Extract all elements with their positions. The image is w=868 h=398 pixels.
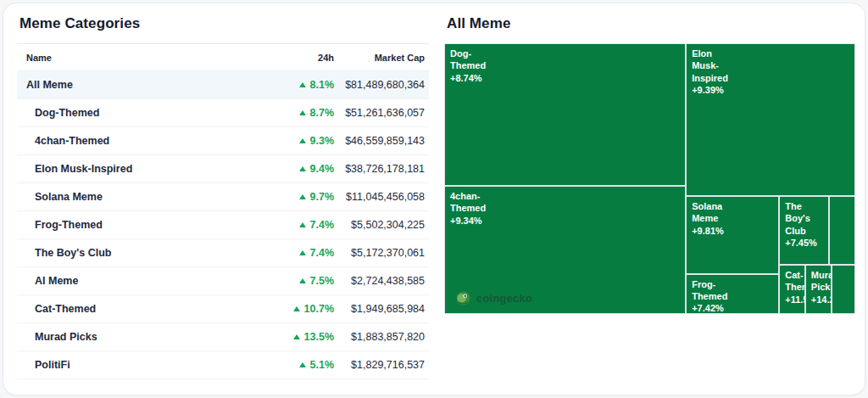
treemap-cell-label: Dog- Themed +8.74%	[450, 48, 486, 83]
treemap-cell[interactable]: Elon Musk- Inspired +9.39%	[686, 43, 855, 196]
triangle-up-icon	[299, 250, 306, 255]
treemap-cell-label: Murad Picks +14.25%	[811, 270, 832, 305]
category-name: Dog-Themed	[26, 107, 258, 119]
triangle-up-icon	[299, 222, 306, 227]
treemap-cell-label: 4chan- Themed +9.34%	[450, 191, 486, 226]
table-header-row: Name 24h Market Cap	[17, 43, 429, 71]
table-row[interactable]: PolitiFi5.1%$1,829,716,537	[17, 351, 429, 379]
change-24h-cell: 7.5%	[258, 275, 334, 287]
treemap-title: All Meme	[444, 15, 855, 32]
change-24h-value: 8.7%	[310, 107, 335, 119]
triangle-up-icon	[299, 194, 306, 199]
column-header-24h: 24h	[258, 53, 334, 63]
table-row[interactable]: Dog-Themed8.7%$51,261,636,057	[17, 99, 429, 127]
category-name: The Boy's Club	[26, 247, 258, 259]
change-24h-value: 9.4%	[310, 163, 335, 175]
change-24h-value: 9.3%	[310, 135, 335, 147]
category-name: Murad Picks	[26, 331, 258, 343]
category-name: Elon Musk-Inspired	[26, 163, 258, 175]
change-24h-value: 13.5%	[304, 331, 334, 343]
table-row[interactable]: AI Meme7.5%$2,724,438,585	[17, 267, 429, 295]
market-cap-value: $2,724,438,585	[334, 275, 425, 287]
treemap-cell[interactable]	[829, 196, 855, 265]
category-name: AI Meme	[26, 275, 258, 287]
table-body: All Meme8.1%$81,489,680,364Dog-Themed8.7…	[17, 71, 429, 379]
change-24h-value: 10.7%	[304, 303, 334, 315]
table-row[interactable]: Frog-Themed7.4%$5,502,304,225	[17, 211, 429, 239]
treemap-cell[interactable]: Frog- Themed +7.42%	[686, 274, 779, 314]
category-name: PolitiFi	[26, 359, 258, 371]
market-cap-value: $46,559,859,143	[334, 135, 425, 147]
market-cap-value: $1,949,685,984	[334, 303, 425, 315]
change-24h-value: 7.4%	[310, 247, 335, 259]
change-24h-cell: 7.4%	[258, 247, 334, 259]
treemap-cell[interactable]: Cat- Themed +11.50%	[779, 265, 805, 314]
market-cap-value: $5,502,304,225	[334, 219, 425, 231]
treemap-cell[interactable]: The Boy's Club +7.45%	[779, 196, 829, 265]
table-row[interactable]: Murad Picks13.5%$1,883,857,820	[17, 323, 429, 351]
change-24h-cell: 13.5%	[258, 331, 334, 343]
meme-treemap: Murad Picks +14.25%Cat- Themed +11.50%Fr…	[444, 43, 855, 314]
category-name: Cat-Themed	[26, 303, 258, 315]
table-row[interactable]: All Meme8.1%$81,489,680,364	[17, 71, 429, 99]
treemap-cell-label: Elon Musk- Inspired +9.39%	[692, 48, 728, 95]
treemap-cell[interactable]: Murad Picks +14.25%	[805, 265, 832, 314]
treemap-cell-label: Solana Meme +9.81%	[692, 201, 724, 236]
change-24h-cell: 7.4%	[258, 219, 334, 231]
change-24h-cell: 8.1%	[258, 79, 334, 91]
change-24h-cell: 5.1%	[258, 359, 334, 371]
market-cap-value: $81,489,680,364	[334, 79, 425, 91]
category-name: All Meme	[26, 79, 258, 91]
table-row[interactable]: Cat-Themed10.7%$1,949,685,984	[17, 295, 429, 323]
treemap-cell-label: The Boy's Club +7.45%	[785, 201, 817, 248]
triangle-up-icon	[299, 138, 306, 143]
change-24h-cell: 9.3%	[258, 135, 334, 147]
change-24h-value: 9.7%	[310, 191, 335, 203]
treemap-cell[interactable]: Solana Meme +9.81%	[686, 196, 779, 274]
triangle-up-icon	[299, 110, 306, 115]
change-24h-value: 7.4%	[310, 219, 335, 231]
triangle-up-icon	[299, 82, 306, 87]
category-name: 4chan-Themed	[26, 135, 258, 147]
triangle-up-icon	[299, 166, 306, 171]
change-24h-cell: 10.7%	[258, 303, 334, 315]
category-name: Solana Meme	[26, 191, 258, 203]
treemap-cell-label: Frog- Themed +7.42%	[692, 279, 727, 314]
change-24h-value: 5.1%	[310, 359, 335, 371]
table-row[interactable]: Elon Musk-Inspired9.4%$38,726,178,181	[17, 155, 429, 183]
treemap-cell[interactable]: 4chan- Themed +9.34%	[444, 186, 686, 314]
column-header-name: Name	[26, 53, 258, 63]
categories-table: Name 24h Market Cap All Meme8.1%$81,489,…	[17, 43, 429, 379]
all-meme-panel: All Meme Murad Picks +14.25%Cat- Themed …	[444, 15, 855, 314]
change-24h-value: 8.1%	[310, 79, 335, 91]
triangle-up-icon	[299, 362, 306, 367]
triangle-up-icon	[299, 278, 306, 283]
change-24h-cell: 9.4%	[258, 163, 334, 175]
market-cap-value: $51,261,636,057	[334, 107, 425, 119]
triangle-up-icon	[293, 334, 300, 339]
change-24h-cell: 8.7%	[258, 107, 334, 119]
page-card: Meme Categories Name 24h Market Cap All …	[3, 3, 865, 395]
market-cap-value: $38,726,178,181	[334, 163, 425, 175]
change-24h-cell: 9.7%	[258, 191, 334, 203]
treemap-cell[interactable]: Dog- Themed +8.74%	[444, 43, 686, 186]
column-header-market-cap: Market Cap	[334, 53, 425, 63]
table-row[interactable]: Solana Meme9.7%$11,045,456,058	[17, 183, 429, 211]
market-cap-value: $1,883,857,820	[334, 331, 425, 343]
market-cap-value: $11,045,456,058	[334, 191, 425, 203]
change-24h-value: 7.5%	[310, 275, 335, 287]
meme-categories-panel: Meme Categories Name 24h Market Cap All …	[17, 15, 429, 379]
category-name: Frog-Themed	[26, 219, 258, 231]
triangle-up-icon	[293, 306, 300, 311]
market-cap-value: $5,172,370,061	[334, 247, 425, 259]
market-cap-value: $1,829,716,537	[334, 359, 425, 371]
table-row[interactable]: 4chan-Themed9.3%$46,559,859,143	[17, 127, 429, 155]
treemap-cell[interactable]	[832, 265, 855, 314]
treemap-cell-label: Cat- Themed +11.50%	[785, 270, 805, 305]
page-title: Meme Categories	[17, 15, 429, 32]
table-row[interactable]: The Boy's Club7.4%$5,172,370,061	[17, 239, 429, 267]
